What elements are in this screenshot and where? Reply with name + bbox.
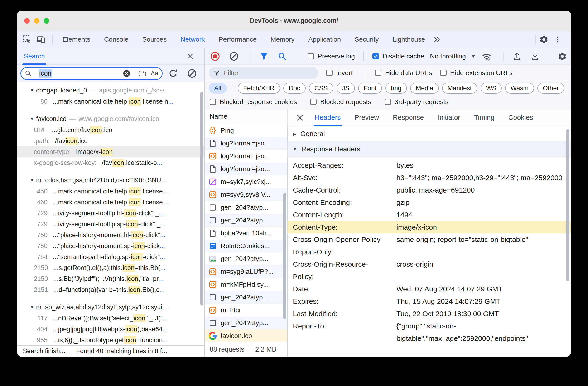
hide-data-urls-checkbox[interactable]: Hide data URLs [375,69,432,77]
response-header-row[interactable]: Alt-Svc:h3=":443"; ma=2592000,h3-29=":44… [288,172,571,184]
request-row[interactable]: gen_204?atyp... [205,252,287,265]
search-match-row[interactable]: x-google-scs-row-key:/favicon.ico:static… [17,157,204,168]
throttling-dropdown[interactable]: No throttling [430,53,476,60]
filter-chip-doc[interactable]: Doc [283,83,306,94]
network-settings-gear-icon[interactable] [558,51,567,62]
filter-chip-all[interactable]: All [209,83,227,94]
request-row[interactable]: gen_204?atyp... [205,317,287,329]
clear-network-log-icon[interactable] [229,51,239,62]
network-conditions-icon[interactable] [482,51,491,62]
inspect-element-icon[interactable] [22,34,32,45]
filter-chip-media[interactable]: Media [410,83,439,94]
search-match-row[interactable]: 729...ivity-segment-tooltip.hl-icon-clic… [17,208,204,219]
tab-memory[interactable]: Memory [264,31,301,48]
export-har-icon[interactable] [530,51,540,62]
filter-input[interactable] [209,67,318,79]
search-result-file-header[interactable]: ▼m=sb_wiz,aa,abd,sy12d,sytt,sytp,sy12c,s… [17,301,204,313]
checkbox-blocked-requests[interactable]: Blocked requests [310,98,371,106]
filter-chip-img[interactable]: Img [385,83,407,94]
details-tab-preview[interactable]: Preview [355,109,379,127]
response-header-row[interactable]: Cross-Origin-Resource-Policy:cross-origi… [288,258,571,283]
search-match-row[interactable]: 750..."place-history-moment.sp-icon-clic… [17,240,204,252]
request-row[interactable]: m=syk7,sylc?xj... [205,175,287,188]
tab-network[interactable]: Network [173,31,212,48]
tab-console[interactable]: Console [97,31,135,48]
request-row[interactable]: RotateCookies... [205,240,287,252]
settings-gear-icon[interactable] [539,34,549,45]
request-row[interactable]: log?format=jso... [205,150,287,163]
search-match-row[interactable]: :path:/favicon.ico [17,135,204,146]
request-row[interactable]: favicon.ico [205,329,287,342]
search-match-row[interactable]: 754..."semantic-path-dialog.sp-icon-clic… [17,252,204,262]
search-match-row[interactable]: 460...mark canonical cite help icon lice… [17,197,204,208]
search-match-row[interactable]: 2151...d=function(a){var b=this.icon.Eb(… [17,284,204,295]
request-row[interactable]: gen_204?atyp... [205,214,287,227]
response-header-row[interactable]: Last-Modified:Tue, 22 Oct 2019 18:30:00 … [288,308,571,320]
invert-checkbox[interactable]: Invert [326,69,353,77]
disable-cache-checkbox[interactable]: Disable cache [372,53,424,60]
response-header-row[interactable]: Cross-Origin-Opener-Policy-Report-Only:s… [288,234,571,258]
general-section-header[interactable]: ▶ General [288,127,571,142]
search-result-file-header[interactable]: ▼m=cdos,hsm,jsa,mb4ZUb,d,csi,cEt90b,SNU.… [17,174,204,186]
response-header-row[interactable]: Accept-Ranges:bytes [288,159,571,172]
search-results-scrollbar[interactable] [200,92,203,306]
device-toolbar-icon[interactable] [36,34,46,45]
hide-extension-urls-checkbox[interactable]: Hide extension URLs [440,69,513,77]
filter-chip-manifest[interactable]: Manifest [442,83,477,94]
match-case-button[interactable]: Aa [151,70,158,77]
details-tab-timing[interactable]: Timing [474,109,494,127]
close-search-panel-icon[interactable] [185,51,195,62]
request-row[interactable]: gen_204?atyp... [205,291,287,304]
request-row[interactable]: m=hfcr [205,304,287,317]
request-row[interactable]: Ping [205,124,287,137]
request-row[interactable]: m=syv9,syv8,V... [205,188,287,201]
search-result-file-header[interactable]: ▼cb=gapi.loaded_0—apis.google.com/_/scs/… [17,85,204,96]
preserve-log-checkbox[interactable]: Preserve log [308,53,355,60]
kebab-menu-icon[interactable] [552,34,563,45]
close-details-icon[interactable] [295,112,305,123]
search-match-row[interactable]: 117...nDReve"));Bw.set("select_icon",_.J… [17,313,204,324]
search-match-row[interactable]: URL...gle.com/favicon.ico [17,125,204,135]
more-tabs-icon[interactable] [432,34,442,45]
search-match-row[interactable]: content-type:image/x-icon [17,146,204,157]
filter-chip-css[interactable]: CSS [309,83,333,94]
request-row[interactable]: gen_204?atyp... [205,201,287,214]
search-match-row[interactable]: 729...ivity-segment-tooltip.sp-icon-clic… [17,219,204,230]
filter-chip-fetch-xhr[interactable]: Fetch/XHR [238,83,280,94]
regex-toggle-button[interactable]: (.*) [138,70,147,77]
tab-search[interactable]: Search [23,48,46,65]
search-match-row[interactable]: 2150...s.Bb("JyIpdf");_.Vn(this.icon,"ti… [17,273,204,284]
response-header-row[interactable]: Content-Encoding:gzip [288,196,571,209]
filter-chip-wasm[interactable]: Wasm [505,83,534,94]
response-headers-section-header[interactable]: ▼ Response Headers [288,142,571,157]
search-match-row[interactable]: 955...is,6)};_.fs.prototype.getIcon=func… [17,335,204,345]
details-tab-headers[interactable]: Headers [315,109,341,127]
search-match-row[interactable]: 2150...s.getRoot().el(),a);this.icon=thi… [17,262,204,273]
tab-elements[interactable]: Elements [56,31,97,48]
details-tab-cookies[interactable]: Cookies [508,109,533,127]
record-network-log-icon[interactable] [210,51,220,62]
search-result-file-header[interactable]: ▼favicon.ico—www.google.com/favicon.ico [17,113,204,125]
filter-chip-js[interactable]: JS [336,83,355,94]
request-list-scrollbar[interactable] [283,193,286,319]
response-header-row[interactable]: Cache-Control:public, max-age=691200 [288,184,571,196]
tab-lighthouse[interactable]: Lighthouse [385,31,432,48]
response-header-row[interactable]: Date:Wed, 07 Aug 2024 14:07:29 GMT [288,283,571,295]
checkbox-3rd-party-requests[interactable]: 3rd-party requests [385,98,448,106]
search-match-row[interactable]: 404...jpeg|jpg|png|tiff|webp|x-icon);bas… [17,324,204,335]
response-header-row[interactable]: Report-To:{"group":"static-on-bigtable",… [288,320,571,345]
search-input[interactable]: icon (.*) Aa [21,67,163,80]
search-match-row[interactable]: 750..."place-history-moment.hl-icon-clic… [17,230,204,240]
request-row[interactable]: m=syg9,aLUfP?... [205,265,287,278]
request-row[interactable]: hpba?vet=10ah... [205,227,287,240]
filter-chip-other[interactable]: Other [537,83,565,94]
search-match-row[interactable]: 80...mark canonical cite help icon licen… [17,96,204,107]
checkbox-blocked-response-cookies[interactable]: Blocked response cookies [210,98,297,106]
details-tab-initiator[interactable]: Initiator [438,109,460,127]
refresh-search-icon[interactable] [168,68,178,79]
tab-performance[interactable]: Performance [212,31,264,48]
request-row[interactable]: m=kMFpHd,sy... [205,278,287,291]
request-row[interactable]: log?format=jso... [205,163,287,175]
request-row[interactable]: log?format=jso... [205,137,287,150]
tab-application[interactable]: Application [301,31,348,48]
